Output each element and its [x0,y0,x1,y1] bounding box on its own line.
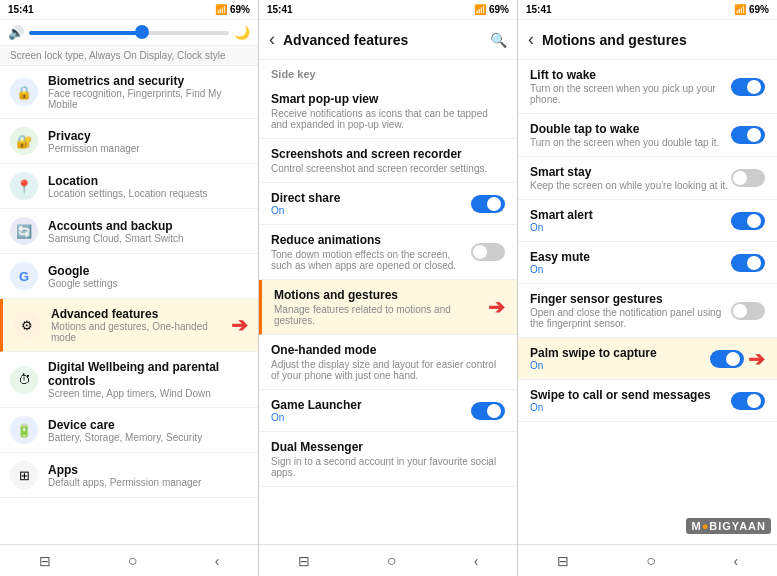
device-label: Device care [48,418,248,432]
mid-item-screenshots[interactable]: Screenshots and screen recorder Control … [259,139,517,183]
toggle-smart-alert[interactable] [731,212,765,230]
mid-item-dual-messenger[interactable]: Dual Messenger Sign in to a second accou… [259,432,517,487]
moon-icon: 🌙 [234,25,250,40]
right-item-finger-sensor[interactable]: Finger sensor gestures Open and close th… [518,284,777,338]
toggle-lift-wake[interactable] [731,78,765,96]
right-item-smart-alert[interactable]: Smart alert On [518,200,777,242]
back-arrow-right[interactable]: ‹ [528,29,534,50]
right-panel-title: Motions and gestures [542,32,767,48]
status-bar-middle: 15:41 📶 69% [259,0,517,20]
location-label: Location [48,174,248,188]
nav-home-middle[interactable]: ○ [387,552,397,570]
settings-item-google[interactable]: G Google Google settings [0,254,258,299]
device-sub: Battery, Storage, Memory, Security [48,432,248,443]
bottom-nav-middle: ⊟ ○ ‹ [259,544,517,576]
bottom-nav-left: ⊟ ○ ‹ [0,544,258,576]
right-panel-header: ‹ Motions and gestures [518,20,777,60]
mid-item-one-handed[interactable]: One-handed mode Adjust the display size … [259,335,517,390]
time-right: 15:41 [526,4,552,15]
nav-home-left[interactable]: ○ [128,552,138,570]
toggle-direct-share[interactable] [471,195,505,213]
apps-label: Apps [48,463,248,477]
accounts-label: Accounts and backup [48,219,248,233]
middle-panel-header: ‹ Advanced features 🔍 [259,20,517,60]
settings-item-device[interactable]: 🔋 Device care Battery, Storage, Memory, … [0,408,258,453]
watermark: M●BIGYAAN [686,518,771,534]
biometrics-label: Biometrics and security [48,74,248,88]
nav-back-right[interactable]: ‹ [734,553,739,569]
toggle-finger-sensor[interactable] [731,302,765,320]
nav-recent-middle[interactable]: ⊟ [298,553,310,569]
nav-back-left[interactable]: ‹ [215,553,220,569]
apps-sub: Default apps, Permission manager [48,477,248,488]
back-arrow-middle[interactable]: ‹ [269,29,275,50]
right-item-palm-swipe[interactable]: Palm swipe to capture On ➔ [518,338,777,380]
nav-back-middle[interactable]: ‹ [474,553,479,569]
time-left: 15:41 [8,4,34,15]
right-item-lift-wake[interactable]: Lift to wake Turn on the screen when you… [518,60,777,114]
arrow-mid: ➔ [488,295,505,319]
toggle-double-tap[interactable] [731,126,765,144]
status-bar-right: 15:41 📶 69% [518,0,777,20]
time-middle: 15:41 [267,4,293,15]
google-label: Google [48,264,248,278]
side-key-header: Side key [259,60,517,84]
status-bar-left: 15:41 📶 69% [0,0,258,20]
nav-recent-left[interactable]: ⊟ [39,553,51,569]
signal-icon-right: 📶 [734,4,746,15]
mid-item-smart-popup[interactable]: Smart pop-up view Receive notifications … [259,84,517,139]
mid-item-direct-share[interactable]: Direct share On [259,183,517,225]
privacy-label: Privacy [48,129,248,143]
settings-item-apps[interactable]: ⊞ Apps Default apps, Permission manager [0,453,258,498]
accounts-sub: Samsung Cloud, Smart Switch [48,233,248,244]
toggle-swipe-call[interactable] [731,392,765,410]
left-items-list: 🔒 Biometrics and security Face recogniti… [0,66,258,544]
battery-left: 69% [230,4,250,15]
left-panel: 15:41 📶 69% 🔊 🌙 Screen lock type, Always… [0,0,259,576]
battery-middle: 69% [489,4,509,15]
volume-bar[interactable]: 🔊 🌙 [0,20,258,46]
location-sub: Location settings, Location requests [48,188,248,199]
middle-panel-title: Advanced features [283,32,490,48]
mid-item-reduce-animations[interactable]: Reduce animations Tone down motion effec… [259,225,517,280]
toggle-smart-stay[interactable] [731,169,765,187]
toggle-game-launcher[interactable] [471,402,505,420]
right-item-double-tap[interactable]: Double tap to wake Turn on the screen wh… [518,114,777,157]
right-item-smart-stay[interactable]: Smart stay Keep the screen on while you'… [518,157,777,200]
settings-item-wellbeing[interactable]: ⏱ Digital Wellbeing and parental control… [0,352,258,408]
settings-item-biometrics[interactable]: 🔒 Biometrics and security Face recogniti… [0,66,258,119]
wellbeing-sub: Screen time, App timers, Wind Down [48,388,248,399]
advanced-label: Advanced features [51,307,231,321]
settings-item-accounts[interactable]: 🔄 Accounts and backup Samsung Cloud, Sma… [0,209,258,254]
wellbeing-label: Digital Wellbeing and parental controls [48,360,248,388]
nav-recent-right[interactable]: ⊟ [557,553,569,569]
toggle-easy-mute[interactable] [731,254,765,272]
signal-icon-left: 📶 [215,4,227,15]
middle-panel: 15:41 📶 69% ‹ Advanced features 🔍 Side k… [259,0,518,576]
mid-item-game-launcher[interactable]: Game Launcher On [259,390,517,432]
settings-item-location[interactable]: 📍 Location Location settings, Location r… [0,164,258,209]
right-items-list: Lift to wake Turn on the screen when you… [518,60,777,544]
settings-item-advanced[interactable]: ⚙ Advanced features Motions and gestures… [0,299,258,352]
privacy-sub: Permission manager [48,143,248,154]
arrow-right-left: ➔ [231,313,248,337]
volume-icon: 🔊 [8,25,24,40]
signal-icon-middle: 📶 [474,4,486,15]
settings-item-privacy[interactable]: 🔐 Privacy Permission manager [0,119,258,164]
google-sub: Google settings [48,278,248,289]
bottom-nav-right: ⊟ ○ ‹ [518,544,777,576]
screen-label: Screen lock type, Always On Display, Clo… [0,46,258,66]
biometrics-sub: Face recognition, Fingerprints, Find My … [48,88,248,110]
battery-right: 69% [749,4,769,15]
right-item-easy-mute[interactable]: Easy mute On [518,242,777,284]
nav-home-right[interactable]: ○ [646,552,656,570]
search-icon-middle[interactable]: 🔍 [490,32,507,48]
middle-items-list: Smart pop-up view Receive notifications … [259,84,517,544]
toggle-palm-swipe[interactable] [710,350,744,368]
mid-item-motions[interactable]: Motions and gestures Manage features rel… [259,280,517,335]
advanced-sub: Motions and gestures, One-handed mode [51,321,231,343]
right-panel: 15:41 📶 69% ‹ Motions and gestures Lift … [518,0,777,576]
arrow-right-palm: ➔ [748,347,765,371]
toggle-reduce-animations[interactable] [471,243,505,261]
right-item-swipe-call[interactable]: Swipe to call or send messages On [518,380,777,422]
